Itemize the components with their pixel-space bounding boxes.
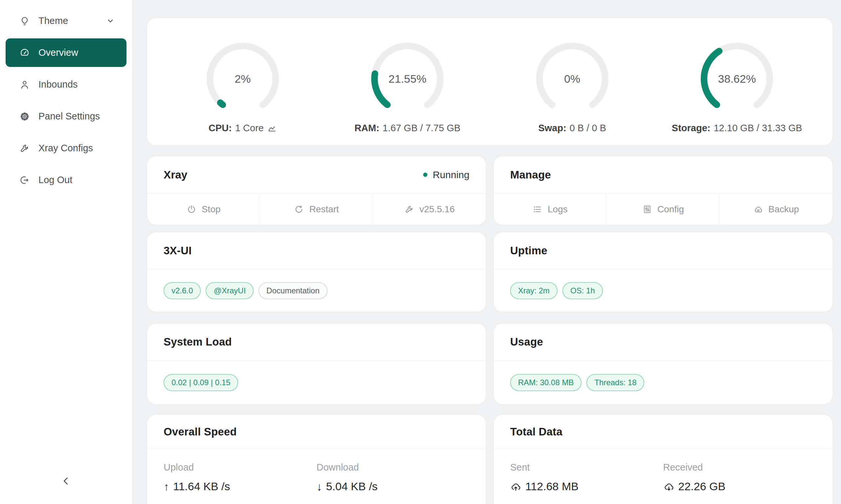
total-data-card-header: Total Data xyxy=(494,415,833,449)
total-data-card: Total Data Sent 112.68 MB xyxy=(494,414,833,504)
stat-value-text: 5.04 KB /s xyxy=(326,480,378,493)
gauge-label-name: Storage: xyxy=(672,123,710,133)
gauge-label: RAM: 1.67 GB / 7.75 GB xyxy=(355,123,461,133)
card-title: Total Data xyxy=(510,426,562,438)
gauge-swap: 0% Swap: 0 B / 0 B xyxy=(490,18,655,145)
list-icon xyxy=(533,204,543,214)
documentation-link-tag[interactable]: Documentation xyxy=(259,282,327,299)
xray-card-header: Xray Running xyxy=(147,156,486,194)
gauge-label: Swap: 0 B / 0 B xyxy=(538,123,606,133)
sidebar-item-xray-configs[interactable]: Xray Configs xyxy=(5,134,126,162)
sent-stat: Sent 112.68 MB xyxy=(510,462,663,504)
gauge-percent: 38.62% xyxy=(698,39,776,118)
gauge-cpu: 2% CPU: 1 Core xyxy=(160,18,325,145)
arrow-up-icon: ↑ xyxy=(164,481,169,492)
sidebar-item-log-out[interactable]: Log Out xyxy=(5,166,126,194)
stat-label: Upload xyxy=(164,462,317,473)
load-average-tag: 0.02 | 0.09 | 0.15 xyxy=(164,374,238,391)
main-content: 2% CPU: 1 Core xyxy=(132,0,841,504)
received-stat: Received 22.26 GB xyxy=(663,462,817,504)
status-label: Running xyxy=(433,169,469,180)
sidebar-item-theme[interactable]: Theme xyxy=(5,6,126,35)
sidebar-item-inbounds[interactable]: Inbounds xyxy=(5,70,126,99)
card-title: Uptime xyxy=(510,245,547,257)
control-sliders-icon xyxy=(642,204,652,214)
total-data-stats: Sent 112.68 MB Received xyxy=(494,449,833,504)
uptime-card-header: Uptime xyxy=(494,232,833,269)
xray-restart-button[interactable]: Restart xyxy=(260,194,373,225)
action-label: Logs xyxy=(548,204,568,215)
manage-card: Manage Logs xyxy=(494,156,833,225)
cloud-server-icon xyxy=(753,204,763,214)
usage-card: Usage RAM: 30.08 MB Threads: 18 xyxy=(494,323,833,404)
threads-tag: Threads: 18 xyxy=(586,374,644,391)
threex-ui-card: 3X-UI v2.6.0 @XrayUI Documentation xyxy=(147,232,486,312)
manage-card-header: Manage xyxy=(494,156,833,194)
app-root: Theme Overview xyxy=(0,0,841,504)
os-uptime-tag: OS: 1h xyxy=(562,282,603,299)
wrench-icon xyxy=(405,204,414,214)
threex-ui-card-header: 3X-UI xyxy=(147,232,486,269)
power-icon xyxy=(187,204,196,214)
gauge-label-value: 12.10 GB / 31.33 GB xyxy=(714,123,802,133)
card-title: Overall Speed xyxy=(164,426,237,438)
sidebar-item-label: Theme xyxy=(38,15,68,26)
gear-icon xyxy=(19,111,30,122)
system-load-card: System Load 0.02 | 0.09 | 0.15 xyxy=(147,323,486,404)
sidebar-item-overview[interactable]: Overview xyxy=(5,38,126,67)
stat-value-text: 112.68 MB xyxy=(525,480,579,493)
stat-label: Received xyxy=(663,462,817,473)
stat-value: 112.68 MB xyxy=(510,480,663,493)
arrow-down-icon: ↓ xyxy=(317,481,322,492)
logout-icon xyxy=(19,175,30,185)
gauge-label-value: 0 B / 0 B xyxy=(570,123,606,133)
gauge-label: CPU: 1 Core xyxy=(209,123,277,133)
stat-value: ↓ 5.04 KB /s xyxy=(317,480,470,493)
gauge-label-value: 1 Core xyxy=(235,123,264,133)
action-label: Backup xyxy=(768,204,799,215)
overall-speed-card-header: Overall Speed xyxy=(147,415,486,449)
stat-value: 22.26 GB xyxy=(663,480,817,493)
sidebar-spacer xyxy=(5,198,126,462)
sidebar-item-label: Panel Settings xyxy=(38,111,100,122)
stat-label: Download xyxy=(317,462,470,473)
uptime-tags: Xray: 2m OS: 1h xyxy=(494,269,833,312)
sidebar-item-panel-settings[interactable]: Panel Settings xyxy=(5,102,126,131)
xrayui-link-tag[interactable]: @XrayUI xyxy=(206,282,254,299)
reload-icon xyxy=(294,204,304,214)
overall-speed-stats: Upload ↑ 11.64 KB /s Download ↓ 5.04 KB … xyxy=(147,449,486,504)
version-tag: v2.6.0 xyxy=(164,282,201,299)
sidebar-collapse-button[interactable] xyxy=(5,462,126,501)
manage-backup-button[interactable]: Backup xyxy=(719,194,833,225)
overall-speed-card: Overall Speed Upload ↑ 11.64 KB /s Downl… xyxy=(147,414,486,504)
xray-card: Xray Running Stop xyxy=(147,156,486,225)
upload-stat: Upload ↑ 11.64 KB /s xyxy=(164,462,317,504)
action-label: Stop xyxy=(202,204,221,215)
xray-actions: Stop Restart xyxy=(147,194,486,225)
stat-value-text: 11.64 KB /s xyxy=(173,480,230,493)
threex-ui-tags: v2.6.0 @XrayUI Documentation xyxy=(147,269,486,312)
card-title: System Load xyxy=(164,336,232,348)
user-icon xyxy=(19,79,30,90)
gauge-label-name: RAM: xyxy=(355,123,379,133)
dashboard-icon xyxy=(19,48,30,58)
xray-version-button[interactable]: v25.5.16 xyxy=(373,194,486,225)
chevron-down-icon xyxy=(106,17,115,25)
cloud-download-icon xyxy=(663,481,674,492)
status-dot-icon xyxy=(423,173,427,177)
usage-card-header: Usage xyxy=(494,324,833,361)
xray-stop-button[interactable]: Stop xyxy=(147,194,260,225)
manage-config-button[interactable]: Config xyxy=(606,194,719,225)
system-load-tags: 0.02 | 0.09 | 0.15 xyxy=(147,361,486,404)
manage-logs-button[interactable]: Logs xyxy=(494,194,606,225)
card-title: Xray xyxy=(164,169,187,181)
download-stat: Download ↓ 5.04 KB /s xyxy=(317,462,470,504)
ram-usage-tag: RAM: 30.08 MB xyxy=(510,374,582,391)
uptime-card: Uptime Xray: 2m OS: 1h xyxy=(494,232,833,312)
xray-uptime-tag: Xray: 2m xyxy=(510,282,557,299)
gauge-percent: 21.55% xyxy=(368,39,447,118)
area-chart-icon[interactable] xyxy=(267,123,277,133)
cloud-upload-icon xyxy=(510,481,521,492)
stat-value-text: 22.26 GB xyxy=(679,480,726,493)
chevron-left-icon xyxy=(61,475,72,488)
